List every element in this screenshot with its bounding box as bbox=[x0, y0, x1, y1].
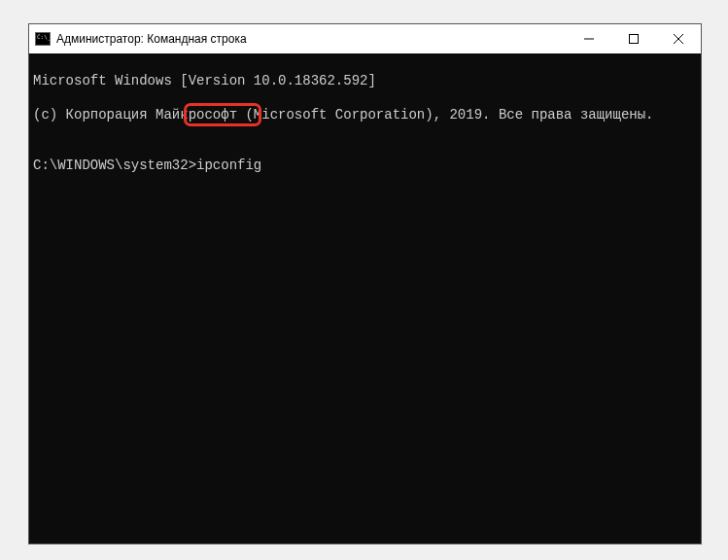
window-title: Администратор: Командная строка bbox=[56, 32, 247, 46]
titlebar-left: Администратор: Командная строка bbox=[29, 32, 247, 46]
minimize-icon bbox=[584, 34, 594, 44]
version-line: Microsoft Windows [Version 10.0.18362.59… bbox=[33, 73, 697, 90]
cmd-icon bbox=[35, 32, 51, 46]
minimize-button[interactable] bbox=[567, 24, 611, 53]
svg-rect-1 bbox=[630, 35, 639, 44]
command-prompt-window: Администратор: Командная строка Microso bbox=[28, 23, 702, 544]
maximize-icon bbox=[629, 34, 639, 44]
close-button[interactable] bbox=[656, 24, 701, 53]
prompt: C:\WINDOWS\system32> bbox=[33, 158, 196, 173]
typed-command: ipconfig bbox=[196, 158, 261, 173]
maximize-button[interactable] bbox=[611, 24, 656, 53]
close-icon bbox=[674, 34, 683, 44]
titlebar[interactable]: Администратор: Командная строка bbox=[29, 24, 701, 53]
copyright-line: (c) Корпорация Майкрософт (Microsoft Cor… bbox=[33, 107, 697, 124]
terminal-output[interactable]: Microsoft Windows [Version 10.0.18362.59… bbox=[29, 53, 701, 543]
window-controls bbox=[567, 24, 701, 53]
